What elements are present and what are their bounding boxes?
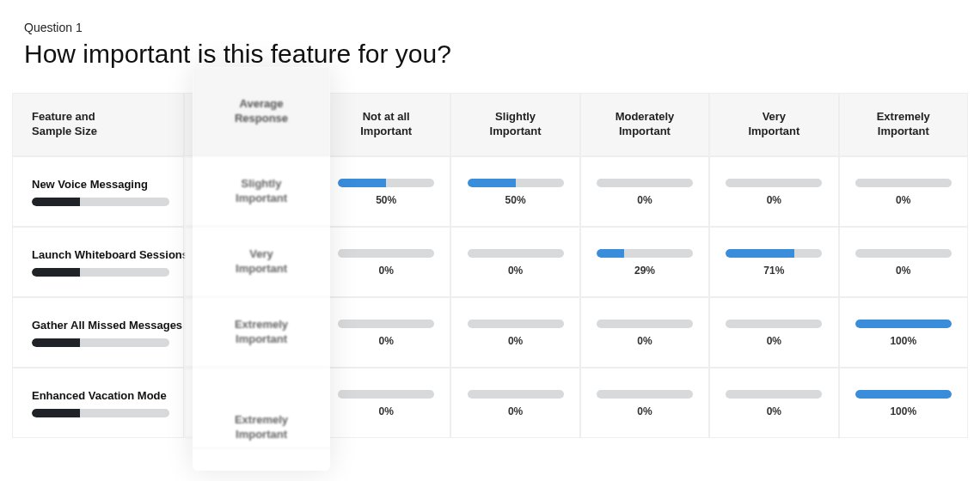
results-table: Feature andSample Size AverageResponse N… — [12, 93, 968, 438]
dist-bar — [597, 249, 693, 258]
dist-pct-label: 0% — [848, 194, 959, 206]
dist-cell: 50% — [322, 156, 450, 227]
avg-response-cell: ExtremelyImportant — [184, 297, 322, 368]
dist-bar — [338, 179, 434, 187]
dist-pct-label: 0% — [719, 194, 829, 206]
feature-name: Gather All Missed Messages — [32, 319, 173, 332]
dist-bar — [468, 390, 564, 399]
dist-cell: 0% — [709, 156, 838, 227]
dist-cell: 0% — [450, 227, 579, 297]
dist-bar — [726, 390, 822, 399]
header-feature: Feature andSample Size — [12, 93, 184, 156]
header-avg: AverageResponse — [184, 93, 322, 156]
dist-cell: 0% — [580, 368, 709, 438]
dist-pct-label: 0% — [331, 335, 441, 347]
dist-bar — [338, 320, 434, 328]
dist-bar — [855, 249, 952, 258]
header-rating-2: ModeratelyImportant — [580, 93, 709, 156]
header-row: Feature andSample Size AverageResponse N… — [12, 93, 968, 156]
dist-bar — [468, 249, 564, 258]
dist-pct-label: 0% — [719, 335, 829, 347]
dist-bar — [726, 179, 822, 187]
dist-pct-label: 0% — [331, 265, 441, 277]
dist-pct-label: 0% — [590, 194, 700, 206]
avg-response-cell: ExtremelyImportant — [184, 368, 322, 438]
dist-bar — [855, 390, 952, 399]
dist-cell: 71% — [709, 227, 838, 297]
dist-cell: 0% — [322, 227, 450, 297]
dist-bar — [338, 390, 434, 399]
dist-pct-label: 50% — [331, 194, 441, 206]
dist-cell: 29% — [580, 227, 709, 297]
dist-cell: 0% — [450, 297, 579, 368]
dist-pct-label: 71% — [719, 265, 829, 277]
header-rating-0: Not at allImportant — [322, 93, 450, 156]
dist-cell: 0% — [450, 368, 579, 438]
feature-name: Enhanced Vacation Mode — [32, 389, 173, 402]
dist-pct-label: 0% — [848, 265, 959, 277]
header-rating-1: SlightlyImportant — [450, 93, 579, 156]
dist-cell: 0% — [580, 297, 709, 368]
header-rating-4: ExtremelyImportant — [839, 93, 968, 156]
table-row: Launch Whiteboard SessionsVeryImportant0… — [12, 227, 968, 297]
dist-pct-label: 0% — [460, 335, 570, 347]
sample-size-bar — [32, 409, 169, 417]
dist-bar — [597, 390, 693, 399]
avg-response-cell: SlightlyImportant — [184, 156, 322, 227]
avg-response-cell: VeryImportant — [184, 227, 322, 297]
table-row: Enhanced Vacation ModeExtremelyImportant… — [12, 368, 968, 438]
dist-bar — [597, 179, 693, 187]
feature-cell: Enhanced Vacation Mode — [12, 368, 184, 438]
dist-bar — [468, 320, 564, 328]
dist-bar — [726, 249, 822, 258]
dist-cell: 0% — [839, 227, 968, 297]
sample-size-bar — [32, 268, 169, 277]
dist-bar — [855, 320, 952, 328]
dist-bar — [468, 179, 564, 187]
feature-name: Launch Whiteboard Sessions — [32, 248, 173, 261]
dist-bar — [855, 179, 952, 187]
question-label: Question 1 — [24, 21, 956, 34]
dist-pct-label: 0% — [590, 335, 700, 347]
table-row: Gather All Missed MessagesExtremelyImpor… — [12, 297, 968, 368]
table-row: New Voice MessagingSlightlyImportant50%5… — [12, 156, 968, 227]
dist-bar — [338, 249, 434, 258]
dist-pct-label: 50% — [460, 194, 570, 206]
dist-cell: 0% — [709, 368, 838, 438]
dist-cell: 100% — [839, 368, 968, 438]
feature-cell: New Voice Messaging — [12, 156, 184, 227]
dist-pct-label: 29% — [590, 265, 700, 277]
dist-pct-label: 0% — [460, 405, 570, 417]
dist-pct-label: 0% — [719, 405, 829, 417]
dist-cell: 0% — [322, 297, 450, 368]
dist-pct-label: 0% — [590, 405, 700, 417]
header-rating-3: VeryImportant — [709, 93, 838, 156]
dist-pct-label: 0% — [331, 405, 441, 417]
sample-size-bar — [32, 338, 169, 347]
feature-cell: Launch Whiteboard Sessions — [12, 227, 184, 297]
dist-pct-label: 100% — [848, 405, 959, 417]
dist-cell: 100% — [839, 297, 968, 368]
question-title: How important is this feature for you? — [24, 40, 956, 69]
dist-bar — [726, 320, 822, 328]
dist-cell: 0% — [322, 368, 450, 438]
feature-cell: Gather All Missed Messages — [12, 297, 184, 368]
dist-bar — [597, 320, 693, 328]
feature-name: New Voice Messaging — [32, 178, 173, 191]
dist-cell: 0% — [709, 297, 838, 368]
results-table-wrap: Feature andSample Size AverageResponse N… — [12, 93, 968, 438]
sample-size-bar — [32, 198, 169, 206]
dist-pct-label: 100% — [848, 335, 959, 347]
dist-cell: 0% — [580, 156, 709, 227]
dist-pct-label: 0% — [460, 265, 570, 277]
dist-cell: 50% — [450, 156, 579, 227]
dist-cell: 0% — [839, 156, 968, 227]
